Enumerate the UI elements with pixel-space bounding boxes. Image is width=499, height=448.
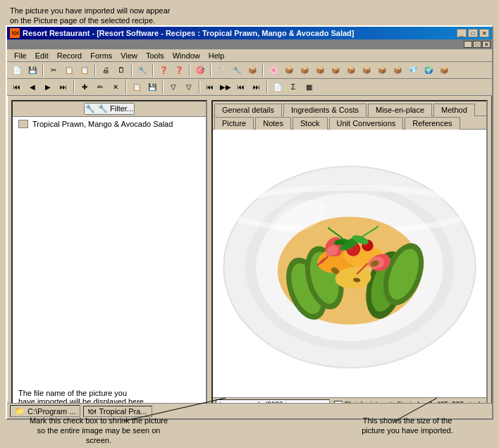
box10-button[interactable]: 📦 (437, 64, 451, 77)
menu-tools[interactable]: Tools (142, 50, 168, 61)
nav1-button[interactable]: ⏮ (203, 81, 217, 94)
target-button[interactable]: 🎯 (193, 64, 207, 77)
tab-method[interactable]: Method (433, 104, 475, 116)
nav4-button[interactable]: ⏭ (250, 81, 264, 94)
box9-button[interactable]: 📦 (390, 64, 405, 77)
add-button[interactable]: ✚ (78, 81, 92, 94)
menu-forms[interactable]: Forms (86, 50, 116, 61)
tabs-row2: Picture Notes Stock Unit Conversions Ref… (213, 116, 486, 130)
help2-button[interactable]: ❓ (172, 64, 186, 77)
recipe-list-item[interactable]: Tropical Prawn, Mango & Avocado Salad (13, 117, 206, 131)
menu-window[interactable]: Window (168, 50, 204, 61)
edit-button[interactable]: ✏ (93, 81, 107, 94)
main-window: 🍽 Resort Restaurant - [Resort Software -… (6, 25, 493, 420)
copy-button[interactable]: 📋 (62, 64, 76, 77)
menu-bar: File Edit Record Forms View Tools Window… (7, 49, 492, 62)
box1-button[interactable]: 📦 (245, 64, 259, 77)
last-record-button[interactable]: ⏭ (56, 81, 70, 94)
box8-button[interactable]: 📦 (375, 64, 389, 77)
grid-button[interactable]: ▦ (302, 81, 316, 94)
sep1 (42, 64, 44, 77)
inner-maximize-button[interactable]: □ (473, 41, 481, 48)
status-path: C:\Program ... (27, 407, 75, 416)
sep2 (94, 64, 96, 77)
box2-button[interactable]: 📦 (282, 64, 296, 77)
close-button[interactable]: ✕ (479, 29, 489, 37)
toolbar-row1: 📄 💾 ✂ 📋 📋 🖨 🗒 🔧 ❓ ❓ 🎯 🍴 🔧 📦 🌸 📦 📦 📦 📦 📦 … (7, 62, 492, 79)
tab-notes[interactable]: Notes (255, 117, 291, 130)
globe-button[interactable]: 🌍 (421, 64, 436, 77)
sep12 (266, 81, 268, 94)
filter-label: 🔧 Filter... (98, 104, 133, 113)
bottom-right-annotation: This shows the size of the picture you h… (344, 416, 471, 445)
filter-clear-button[interactable]: ▽ (182, 81, 196, 94)
tab-picture[interactable]: Picture (214, 117, 254, 130)
app-icon: 🍽 (10, 28, 20, 38)
title-bar: 🍽 Resort Restaurant - [Resort Software -… (7, 27, 492, 39)
first-record-button[interactable]: ⏮ (10, 81, 24, 94)
tab-unit-conversions[interactable]: Unit Conversions (329, 117, 404, 130)
save2-button[interactable]: 💾 (145, 81, 159, 94)
box6-button[interactable]: 📦 (344, 64, 358, 77)
tabs-row1: General details Ingredients & Costs Mise… (213, 101, 486, 116)
menu-edit[interactable]: Edit (31, 50, 53, 61)
save-button[interactable]: 💾 (25, 64, 39, 77)
doc-button[interactable]: 📄 (271, 81, 285, 94)
box7-button[interactable]: 📦 (359, 64, 374, 77)
sep10 (162, 81, 164, 94)
menu-file[interactable]: File (10, 50, 31, 61)
preview-button[interactable]: 🗒 (114, 64, 128, 77)
box4-button[interactable]: 📦 (313, 64, 327, 77)
filter-down-button[interactable]: ▽ (166, 81, 180, 94)
image-area (213, 130, 486, 397)
next-record-button[interactable]: ▶ (41, 81, 55, 94)
food-button[interactable]: 🍴 (214, 64, 228, 77)
filter-button[interactable]: 🔧 🔧 Filter... (84, 103, 135, 115)
maximize-button[interactable]: □ (468, 29, 478, 37)
tab-general-details[interactable]: General details (214, 104, 282, 116)
config-button[interactable]: 🔧 (230, 64, 244, 77)
filter-icon: 🔧 (85, 104, 95, 113)
box3-button[interactable]: 📦 (297, 64, 312, 77)
new-button[interactable]: 📄 (10, 64, 24, 77)
right-panel: General details Ingredients & Costs Mise… (211, 100, 488, 413)
menu-view[interactable]: View (116, 50, 142, 61)
bottom-annotations: Mark this check box to shrink the pictur… (0, 416, 499, 445)
toolbar-row2: ⏮ ◀ ▶ ⏭ ✚ ✏ ✕ 📋 💾 ▽ ▽ ⏮ ▶▶ ⏮ ⏭ 📄 Σ ▦ (7, 79, 492, 96)
copy2-button[interactable]: 📋 (130, 81, 144, 94)
menu-record[interactable]: Record (53, 50, 86, 61)
tab-ingredients-costs[interactable]: Ingredients & Costs (283, 104, 366, 116)
help-button[interactable]: ❓ (156, 64, 171, 77)
sep7 (262, 64, 264, 77)
delete-button[interactable]: ✕ (109, 81, 123, 94)
recipe-name: Tropical Prawn, Mango & Avocado Salad (32, 120, 173, 128)
print-button[interactable]: 🖨 (99, 64, 113, 77)
inner-title-bar: _ □ ✕ (7, 39, 492, 49)
sep9 (125, 81, 127, 94)
cut-button[interactable]: ✂ (47, 64, 61, 77)
tools-button[interactable]: 🔧 (135, 64, 149, 77)
flower-button[interactable]: 🌸 (266, 64, 281, 77)
nav2-button[interactable]: ▶▶ (218, 81, 233, 94)
paste-button[interactable]: 📋 (78, 64, 92, 77)
inner-close-button[interactable]: ✕ (482, 41, 491, 48)
menu-help[interactable]: Help (204, 50, 229, 61)
left-panel: 🔧 🔧 Filter... Tropical Prawn, Mango & Av… (11, 100, 207, 413)
tooltip-text: The picture you have imported will now a… (10, 6, 235, 25)
minimize-button[interactable]: _ (457, 29, 467, 37)
tab-stock[interactable]: Stock (292, 117, 328, 130)
tab-references[interactable]: References (405, 117, 460, 130)
bottom-left-annotation: Mark this check box to shrink the pictur… (28, 416, 169, 445)
nav3-button[interactable]: ⏮ (234, 81, 248, 94)
diamond-button[interactable]: 💎 (406, 64, 420, 77)
sep3 (131, 64, 133, 77)
sep8 (73, 81, 75, 94)
sigma-button[interactable]: Σ (286, 81, 300, 94)
sep5 (189, 64, 190, 77)
box5-button[interactable]: 📦 (328, 64, 343, 77)
inner-minimize-button[interactable]: _ (464, 41, 472, 48)
prev-record-button[interactable]: ◀ (25, 81, 39, 94)
tab-mise-en-place[interactable]: Mise-en-place (368, 104, 432, 116)
folder-icon: 📁 (15, 406, 25, 416)
recipe-icon-status: 🍽 (88, 407, 96, 416)
